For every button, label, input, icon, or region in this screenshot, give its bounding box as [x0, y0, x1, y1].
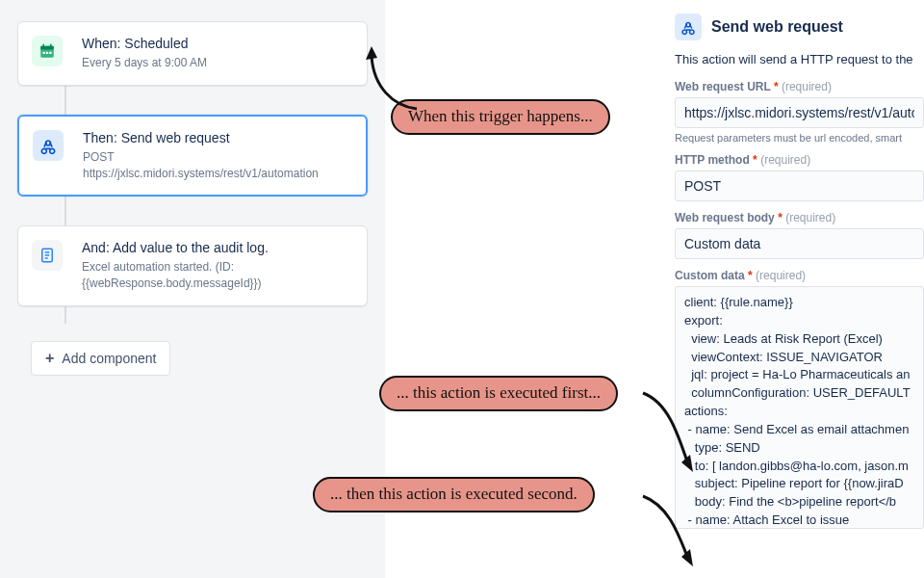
trigger-card-scheduled[interactable]: When: Scheduled Every 5 days at 9:00 AM — [17, 21, 368, 86]
config-panel: Send web request This action will send a… — [661, 0, 924, 578]
trigger-title: When: Scheduled — [82, 36, 351, 51]
panel-title: Send web request — [711, 18, 843, 36]
action-card-auditlog[interactable]: And: Add value to the audit log. Excel a… — [17, 225, 368, 306]
svg-rect-2 — [43, 44, 45, 48]
svg-rect-6 — [49, 52, 51, 54]
custom-label: Custom data * (required) — [675, 269, 924, 282]
svg-rect-1 — [40, 46, 54, 50]
trigger-subtitle: Every 5 days at 9:00 AM — [82, 55, 351, 71]
svg-rect-5 — [46, 52, 48, 54]
method-select[interactable]: POST — [675, 171, 924, 201]
annotation-callout-2: ... this action is executed first... — [379, 376, 618, 411]
svg-rect-4 — [43, 52, 45, 54]
annotation-callout-3: ... then this action is executed second. — [313, 477, 595, 512]
action1-title: Then: Send web request — [83, 130, 350, 145]
body-select[interactable]: Custom data — [675, 228, 924, 259]
body-label: Web request body * (required) — [675, 211, 924, 224]
panel-description: This action will send a HTTP request to … — [675, 52, 924, 66]
action2-title: And: Add value to the audit log. — [82, 240, 351, 255]
action1-subtitle: POST https://jxlsc.midori.systems/rest/v… — [83, 149, 350, 182]
document-icon — [32, 240, 63, 271]
add-component-button[interactable]: + Add component — [31, 341, 170, 376]
action2-subtitle: Excel automation started. (ID: {{webResp… — [82, 259, 351, 292]
url-label: Web request URL * (required) — [675, 80, 924, 93]
method-label: HTTP method * (required) — [675, 153, 924, 167]
annotation-callout-1: When this trigger happens... — [391, 99, 610, 135]
url-input[interactable] — [675, 97, 924, 128]
custom-data-textarea[interactable]: client: {{rule.name}} export: view: Lead… — [675, 286, 924, 529]
calendar-icon — [32, 36, 63, 66]
svg-rect-3 — [50, 44, 52, 48]
action-card-webrequest[interactable]: Then: Send web request POST https://jxls… — [17, 115, 368, 197]
add-component-label: Add component — [62, 351, 156, 366]
plus-icon: + — [45, 350, 54, 367]
webhook-icon — [33, 130, 64, 161]
url-hint: Request parameters must be url encoded, … — [675, 132, 924, 144]
webhook-icon — [675, 13, 702, 40]
